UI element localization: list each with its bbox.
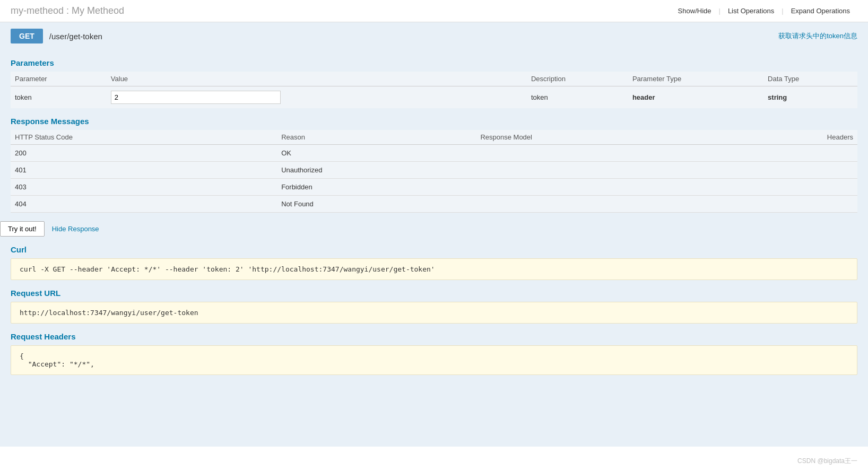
table-row: 403 Forbidden xyxy=(11,179,857,196)
endpoint-path: /user/get-token xyxy=(49,32,772,41)
table-row: 401 Unauthorized xyxy=(11,162,857,179)
parameters-section: Parameters Parameter Value Description P… xyxy=(11,58,857,108)
table-row: token token header string xyxy=(11,86,857,109)
response-model xyxy=(476,196,718,213)
col-status-code: HTTP Status Code xyxy=(11,130,277,145)
method-badge: GET xyxy=(11,29,43,43)
status-code: 404 xyxy=(11,196,277,213)
param-value-cell xyxy=(107,86,527,109)
headers xyxy=(718,162,857,179)
top-nav: Show/Hide | List Operations | Expand Ope… xyxy=(671,7,857,15)
headers xyxy=(718,179,857,196)
curl-title: Curl xyxy=(11,245,857,254)
title-bold: my-metheod xyxy=(11,5,64,16)
response-table: HTTP Status Code Reason Response Model H… xyxy=(11,130,857,213)
actions-row: Try it out! Hide Response xyxy=(0,221,868,237)
curl-value: curl -X GET --header 'Accept: */*' --hea… xyxy=(11,258,857,280)
endpoint-bar: GET /user/get-token 获取请求头中的token信息 xyxy=(0,22,868,50)
status-code: 401 xyxy=(11,162,277,179)
col-headers: Headers xyxy=(718,130,857,145)
reason: OK xyxy=(277,145,476,162)
list-operations-link[interactable]: List Operations xyxy=(721,7,782,15)
request-headers-section: Request Headers { "Accept": "*/*", xyxy=(11,332,857,375)
reason: Not Found xyxy=(277,196,476,213)
hide-response-link[interactable]: Hide Response xyxy=(52,225,99,233)
try-it-out-button[interactable]: Try it out! xyxy=(0,221,45,237)
title-separator: : xyxy=(64,5,72,16)
col-description: Description xyxy=(527,72,628,86)
title-normal: My Metheod xyxy=(72,5,124,16)
parameters-table: Parameter Value Description Parameter Ty… xyxy=(11,72,857,108)
response-model xyxy=(476,179,718,196)
table-row: 404 Not Found xyxy=(11,196,857,213)
expand-operations-link[interactable]: Expand Operations xyxy=(784,7,857,15)
reason: Forbidden xyxy=(277,179,476,196)
headers xyxy=(718,196,857,213)
col-value: Value xyxy=(107,72,527,86)
param-data-type: string xyxy=(763,86,857,109)
param-name: token xyxy=(11,86,107,109)
headers xyxy=(718,145,857,162)
table-row: 200 OK xyxy=(11,145,857,162)
endpoint-description: 获取请求头中的token信息 xyxy=(778,31,857,41)
request-headers-title: Request Headers xyxy=(11,332,857,341)
response-messages-section: Response Messages HTTP Status Code Reaso… xyxy=(11,117,857,213)
response-model xyxy=(476,145,718,162)
col-data-type: Data Type xyxy=(763,72,857,86)
param-description: token xyxy=(527,86,628,109)
show-hide-link[interactable]: Show/Hide xyxy=(671,7,719,15)
reason: Unauthorized xyxy=(277,162,476,179)
col-response-model: Response Model xyxy=(476,130,718,145)
main-content: GET /user/get-token 获取请求头中的token信息 Param… xyxy=(0,22,868,447)
status-code: 200 xyxy=(11,145,277,162)
curl-section: Curl curl -X GET --header 'Accept: */*' … xyxy=(11,245,857,280)
status-code: 403 xyxy=(11,179,277,196)
request-url-section: Request URL http://localhost:7347/wangyi… xyxy=(11,289,857,324)
top-bar: my-metheod : My Metheod Show/Hide | List… xyxy=(0,0,868,22)
col-reason: Reason xyxy=(277,130,476,145)
parameters-title: Parameters xyxy=(11,58,857,67)
response-messages-title: Response Messages xyxy=(11,117,857,126)
request-url-title: Request URL xyxy=(11,289,857,298)
response-model xyxy=(476,162,718,179)
request-url-value: http://localhost:7347/wangyi/user/get-to… xyxy=(11,302,857,324)
request-headers-value: { "Accept": "*/*", xyxy=(11,345,857,375)
col-parameter: Parameter xyxy=(11,72,107,86)
param-value-input[interactable] xyxy=(111,91,281,104)
col-parameter-type: Parameter Type xyxy=(628,72,763,86)
app-title: my-metheod : My Metheod xyxy=(11,5,124,16)
param-type: header xyxy=(628,86,763,109)
